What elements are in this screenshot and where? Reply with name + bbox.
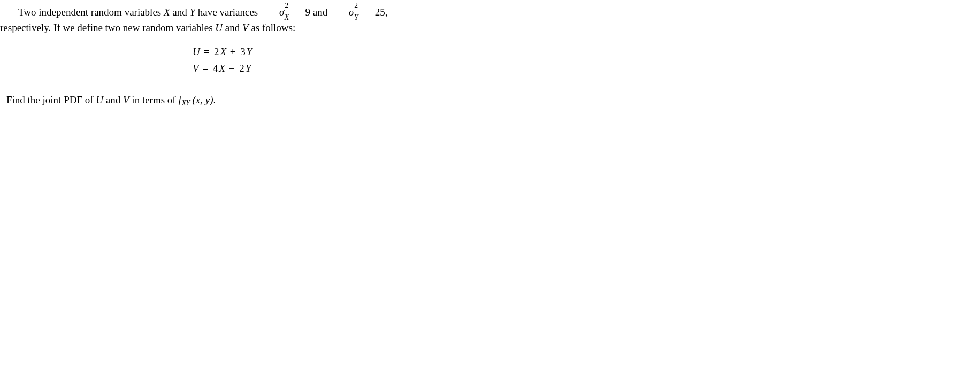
equation-block: U = 2X + 3Y V = 4X − 2Y	[0, 43, 481, 77]
text: Find the joint PDF of	[6, 94, 96, 105]
period: .	[213, 94, 216, 105]
text: Two independent random variables	[18, 6, 164, 18]
variable-y: Y	[190, 6, 196, 18]
text: = 25,	[364, 6, 387, 18]
variable-v: V	[242, 22, 249, 33]
variable-x: X	[164, 6, 170, 18]
equation-v: V = 4X − 2Y	[193, 60, 481, 77]
paragraph-1: Two independent random variables X and Y…	[0, 4, 481, 36]
text: and	[103, 94, 123, 105]
equation-u: U = 2X + 3Y	[193, 43, 481, 60]
text: = 9	[294, 6, 310, 18]
function-args: (x, y)	[190, 94, 213, 105]
problem-statement: Two independent random variables X and Y…	[0, 4, 481, 108]
function-fxy: fXY	[178, 92, 189, 108]
text: have variances	[195, 6, 261, 18]
paragraph-2: Find the joint PDF of U and V in terms o…	[0, 92, 481, 108]
variable-u: U	[215, 22, 223, 33]
text: and	[170, 6, 190, 18]
variable-v: V	[123, 94, 129, 105]
text: in terms of	[129, 94, 179, 105]
text: as follows:	[249, 22, 296, 33]
variable-u: U	[96, 94, 103, 105]
sigma-y-squared: σ2Y	[331, 4, 363, 20]
text: respectively. If we define two new rando…	[0, 22, 215, 33]
text: and	[223, 22, 242, 33]
sigma-x-squared: σ2X	[261, 4, 294, 20]
text: and	[310, 6, 330, 18]
